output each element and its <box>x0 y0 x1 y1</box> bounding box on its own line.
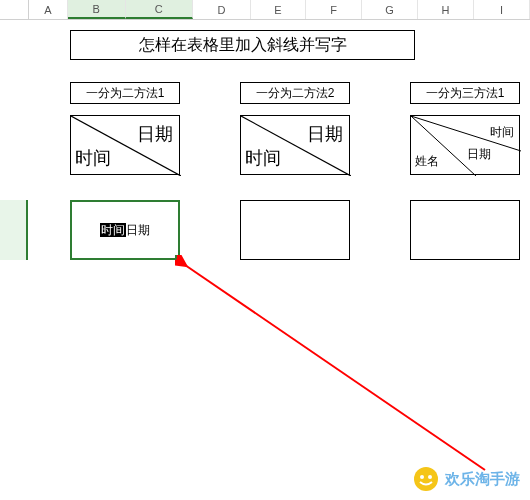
diagonal-cell-1[interactable]: 日期 时间 <box>70 115 180 175</box>
row-header-selected[interactable] <box>0 200 28 260</box>
col-header-i[interactable]: I <box>474 0 530 19</box>
col-header-a[interactable]: A <box>29 0 68 19</box>
diag3-top-text: 时间 <box>490 124 514 141</box>
fill-handle[interactable] <box>175 255 181 261</box>
diag1-top-text: 日期 <box>137 122 173 146</box>
diag1-bottom-text: 时间 <box>75 146 111 170</box>
svg-line-4 <box>185 265 485 470</box>
active-editing-cell[interactable]: 时间日期 <box>70 200 180 260</box>
svg-point-5 <box>414 467 438 491</box>
method-3-text: 一分为三方法1 <box>426 85 505 102</box>
col-header-e[interactable]: E <box>251 0 306 19</box>
annotation-arrow-icon <box>175 255 505 485</box>
method-1-text: 一分为二方法1 <box>86 85 165 102</box>
title-cell[interactable]: 怎样在表格里加入斜线并写字 <box>70 30 415 60</box>
method-label-2[interactable]: 一分为二方法2 <box>240 82 350 104</box>
spreadsheet-grid: A B C D E F G H I 怎样在表格里加入斜线并写字 一分为二方法1 … <box>0 0 530 500</box>
rest-text: 日期 <box>126 223 150 237</box>
svg-point-7 <box>428 475 432 479</box>
col-header-h[interactable]: H <box>418 0 474 19</box>
selected-text: 时间 <box>100 223 126 237</box>
diag3-mid-text: 日期 <box>467 146 491 163</box>
col-header-g[interactable]: G <box>362 0 418 19</box>
col-header-d[interactable]: D <box>193 0 251 19</box>
select-all-corner[interactable] <box>0 0 29 19</box>
diag2-top-text: 日期 <box>307 122 343 146</box>
method-label-3[interactable]: 一分为三方法1 <box>410 82 520 104</box>
diag3-bottom-text: 姓名 <box>415 153 439 170</box>
col-header-f[interactable]: F <box>306 0 362 19</box>
watermark-text: 欢乐淘手游 <box>445 470 520 489</box>
title-text: 怎样在表格里加入斜线并写字 <box>139 35 347 56</box>
watermark: 欢乐淘手游 <box>413 466 520 492</box>
watermark-logo-icon <box>413 466 439 492</box>
svg-point-6 <box>420 475 424 479</box>
diagonal-cell-2[interactable]: 日期 时间 <box>240 115 350 175</box>
col-header-c[interactable]: C <box>126 0 194 19</box>
diagonal-cell-3[interactable]: 时间 日期 姓名 <box>410 115 520 175</box>
method-2-text: 一分为二方法2 <box>256 85 335 102</box>
empty-cell-2[interactable] <box>240 200 350 260</box>
col-header-b[interactable]: B <box>68 0 126 19</box>
editing-text: 时间日期 <box>100 222 150 239</box>
empty-cell-3[interactable] <box>410 200 520 260</box>
diag2-bottom-text: 时间 <box>245 146 281 170</box>
method-label-1[interactable]: 一分为二方法1 <box>70 82 180 104</box>
column-headers: A B C D E F G H I <box>0 0 530 20</box>
